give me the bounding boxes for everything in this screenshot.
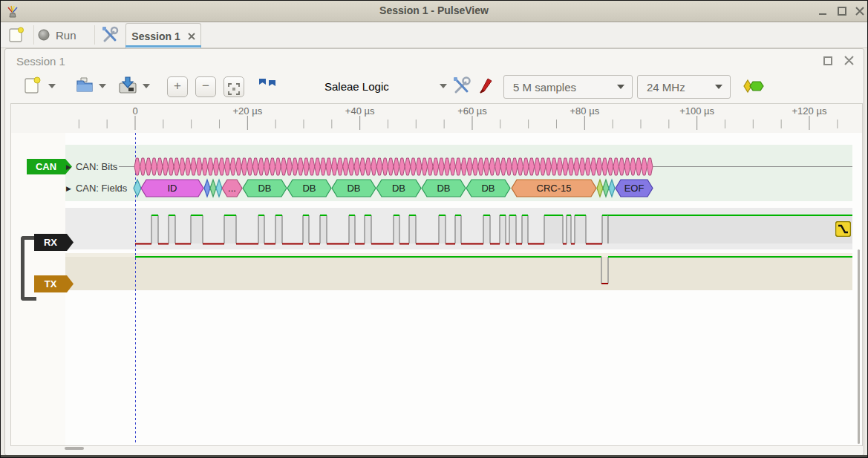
new-file-dropdown[interactable]	[48, 84, 56, 88]
can-bit-annotation	[636, 158, 642, 175]
can-bit-annotation	[241, 158, 247, 175]
can-bit-annotation	[287, 158, 293, 175]
can-bit-annotation	[596, 158, 602, 175]
can-bit-annotation	[354, 158, 360, 175]
rx-pulse-fill	[509, 215, 516, 243]
can-bit-annotation	[624, 158, 630, 175]
run-button[interactable]: Run	[38, 24, 76, 45]
decoder-row-label-bits[interactable]: ▶ CAN: Bits	[66, 161, 117, 172]
sample-count-combo[interactable]: 5 M samples	[503, 75, 633, 99]
sample-rate-combo[interactable]: 24 MHz	[637, 75, 731, 99]
can-bit-annotation	[613, 158, 619, 175]
channels-button[interactable]	[477, 75, 497, 99]
horizontal-scrollbar-handle[interactable]	[65, 447, 84, 450]
open-button[interactable]	[74, 75, 97, 99]
can-bit-annotation	[258, 158, 264, 175]
can-bit-annotation	[439, 158, 445, 175]
can-field-annotation	[609, 180, 615, 197]
new-session-icon	[7, 25, 26, 45]
ruler-tick-label: +80 µs	[570, 105, 599, 117]
subwindow-close-button[interactable]	[843, 55, 855, 66]
show-cursors-button[interactable]	[255, 75, 280, 99]
can-bit-annotation	[332, 158, 338, 175]
device-selector[interactable]: Saleae Logic	[317, 76, 447, 96]
zoom-out-button[interactable]: −	[195, 76, 216, 97]
zoom-in-button[interactable]: +	[167, 76, 188, 97]
ruler-tick-label: +100 µs	[679, 105, 714, 117]
rx-pulse-fill	[394, 215, 399, 243]
ruler-tick-label: +120 µs	[792, 105, 827, 117]
channel-tag-tx[interactable]: TX	[34, 275, 74, 292]
combo-arrow-icon	[617, 85, 624, 89]
can-bit-annotation	[376, 158, 382, 175]
probe-icon	[477, 75, 497, 96]
rx-pulse-fill	[303, 215, 309, 243]
horizontal-scrollbar-track[interactable]	[11, 446, 858, 453]
minimize-button[interactable]	[818, 7, 828, 16]
can-bit-annotation	[337, 158, 343, 175]
maximize-button[interactable]	[837, 7, 847, 16]
save-dropdown[interactable]	[143, 84, 150, 88]
run-led-icon	[38, 29, 50, 41]
expand-arrow-icon[interactable]: ▶	[66, 163, 71, 171]
row-label-text: CAN: Bits	[76, 161, 117, 172]
save-button[interactable]	[117, 75, 139, 99]
open-dropdown[interactable]	[99, 84, 106, 88]
can-bit-annotation	[270, 158, 275, 175]
can-bit-annotation	[591, 158, 597, 175]
ruler-tick-label: +60 µs	[457, 105, 487, 117]
can-bit-annotation	[563, 158, 569, 175]
add-decoder-button[interactable]	[742, 79, 766, 96]
can-bit-annotation	[461, 158, 467, 175]
run-label: Run	[56, 29, 76, 42]
tab-session-1[interactable]: Session 1	[125, 23, 201, 48]
titlebar[interactable]: Session 1 - PulseView	[1, 1, 867, 22]
vertical-scrollbar[interactable]	[858, 249, 860, 444]
device-config-button[interactable]	[451, 75, 471, 99]
can-bit-annotation	[416, 158, 422, 175]
settings-button[interactable]	[100, 24, 120, 45]
can-bit-annotation	[230, 158, 236, 175]
can-bit-annotation	[518, 158, 523, 175]
combo-arrow-icon	[715, 85, 722, 89]
can-bit-annotation	[399, 158, 405, 175]
decoder-row-label-fields[interactable]: ▶ CAN: Fields	[66, 183, 127, 194]
can-field-label: CRC-15	[537, 183, 572, 194]
can-bit-annotation	[411, 158, 417, 175]
channel-tag-can[interactable]: CAN	[27, 159, 72, 174]
trigger-marker-falling-edge[interactable]	[835, 221, 851, 237]
trace-view[interactable]: 0+20 µs+40 µs+60 µs+80 µs+100 µs+120 µsI…	[10, 103, 863, 446]
can-bit-annotation	[348, 158, 354, 175]
main-toolbar: Run Session 1	[1, 22, 867, 48]
can-bit-annotation	[365, 158, 371, 175]
new-file-button[interactable]	[22, 75, 42, 99]
toolbar-separator	[33, 25, 34, 45]
can-bit-annotation	[326, 158, 332, 175]
close-button[interactable]	[855, 7, 865, 16]
save-icon	[117, 75, 139, 96]
can-bit-annotation	[574, 158, 580, 175]
can-field-annotation	[603, 180, 609, 197]
can-bit-annotation	[163, 158, 169, 175]
can-bit-annotation	[169, 158, 174, 175]
new-session-button[interactable]	[7, 24, 26, 45]
zoom-fit-button[interactable]	[223, 76, 244, 97]
expand-arrow-icon[interactable]: ▶	[66, 185, 71, 192]
can-bit-annotation	[455, 158, 461, 175]
rx-pulse-fill	[409, 215, 416, 243]
can-bit-annotation	[405, 158, 411, 175]
subwindow-float-button[interactable]	[823, 56, 833, 66]
rx-pulse-fill	[191, 215, 203, 243]
can-bit-annotation	[630, 158, 636, 175]
can-bit-annotation	[422, 158, 428, 175]
can-bit-annotation	[506, 158, 512, 175]
tab-close-icon[interactable]	[188, 33, 195, 40]
toolbar-separator	[94, 25, 95, 45]
rx-pulse-fill	[169, 215, 175, 243]
rx-pulse-fill	[575, 215, 586, 243]
zoom-fit-icon	[225, 80, 243, 98]
rx-pulse-fill	[224, 215, 236, 243]
can-bit-annotation	[557, 158, 563, 175]
channel-tag-rx[interactable]: RX	[34, 234, 74, 251]
can-bit-annotation	[151, 158, 157, 175]
